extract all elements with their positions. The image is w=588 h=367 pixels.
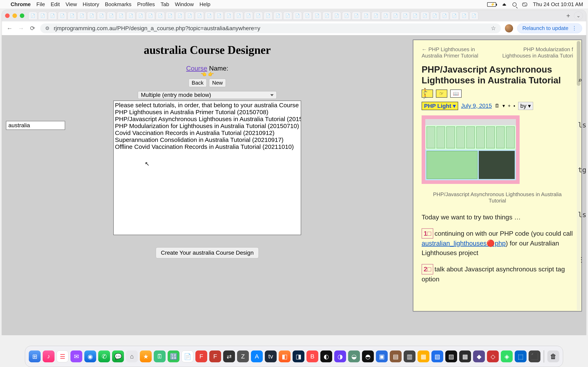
author-select[interactable]: by ▾ — [518, 102, 533, 110]
dock-app[interactable]: ▣ — [376, 350, 388, 362]
dock-app[interactable]: ◒ — [348, 350, 360, 362]
app-name[interactable]: Chrome — [11, 1, 31, 8]
runners-icon[interactable]: 🏃🏃 — [422, 90, 433, 98]
list-item[interactable]: PHP Modularization for Lighthouses in Au… — [115, 123, 300, 129]
pinned-tab[interactable]: 📄 — [185, 12, 194, 20]
pinned-tab[interactable]: 📄 — [224, 12, 233, 20]
pinned-tab[interactable]: 📄 — [411, 12, 420, 20]
pinned-tab[interactable]: 📄 — [362, 12, 371, 20]
pinned-tab[interactable]: 📄 — [77, 12, 86, 20]
pinned-tab[interactable]: 📄 — [401, 12, 410, 20]
pinned-tab[interactable]: 📄 — [28, 12, 37, 20]
menu-profiles[interactable]: Profiles — [137, 1, 155, 8]
dock-app[interactable]: ⬚ — [515, 350, 527, 362]
pinned-tab[interactable]: 📄 — [332, 12, 341, 20]
reload-button[interactable]: ⟳ — [29, 25, 36, 32]
dock-app[interactable]: ◧ — [279, 350, 291, 362]
battery-icon[interactable]: ⚡ — [487, 2, 496, 7]
hand-point-icon[interactable]: ☞ — [436, 90, 447, 98]
dock-app[interactable]: ⬛ — [528, 350, 540, 362]
pinned-tab[interactable]: 📄 — [244, 12, 253, 20]
menu-tab[interactable]: Tab — [161, 1, 169, 8]
pinned-tab[interactable]: 📄 — [371, 12, 380, 20]
code-link[interactable]: australian_lighthouses🔴php — [422, 240, 506, 247]
dock-app[interactable]: ▦ — [417, 350, 429, 362]
tabs-menu-button[interactable]: ⌄ — [574, 12, 583, 20]
pinned-tab[interactable]: 📄 — [117, 12, 126, 20]
post-figure[interactable] — [422, 115, 520, 184]
pinned-tab[interactable]: 📄 — [126, 12, 135, 20]
pinned-tab[interactable]: 📄 — [175, 12, 184, 20]
dock-app[interactable]: ◐ — [320, 350, 332, 362]
dock-app[interactable]: ⌂ — [126, 350, 138, 362]
pinned-tab[interactable]: 📄 — [312, 12, 321, 20]
plus-icon[interactable]: + — [508, 103, 511, 109]
pinned-tab[interactable]: 📄 — [293, 12, 302, 20]
list-item[interactable]: Please select tutorials, in order, that … — [115, 102, 300, 109]
pinned-tab[interactable]: 📄 — [215, 12, 224, 20]
list-item[interactable]: PHP Lighthouses in Australia Primer Tuto… — [115, 109, 300, 116]
site-settings-icon[interactable]: ⚙ — [45, 25, 50, 31]
dock-app[interactable]: tv — [265, 350, 277, 362]
pinned-tab[interactable]: 📄 — [205, 12, 214, 20]
dock-app[interactable]: Z — [237, 350, 249, 362]
square-icon[interactable]: ▪ — [513, 103, 515, 109]
dock-app[interactable]: ▩ — [459, 350, 471, 362]
menu-window[interactable]: Window — [175, 1, 194, 8]
pinned-tab[interactable]: 📄 — [391, 12, 400, 20]
pinned-tab[interactable]: 📄 — [87, 12, 96, 20]
close-window-button[interactable] — [5, 13, 9, 18]
control-center-icon[interactable] — [522, 3, 527, 6]
pinned-tab[interactable]: 📄 — [352, 12, 361, 20]
zoom-window-button[interactable] — [20, 13, 24, 18]
new-tab-button[interactable]: + — [564, 12, 572, 20]
dock-app[interactable]: ◨ — [293, 350, 304, 362]
category-select[interactable]: PHP Light — [422, 102, 458, 110]
calendar-icon[interactable]: 🗓 — [495, 103, 500, 109]
pinned-tab[interactable]: 📄 — [450, 12, 459, 20]
dock-app[interactable]: ⇄ — [223, 350, 235, 362]
pinned-tab[interactable]: 📄 — [322, 12, 331, 20]
new-course-button[interactable]: New — [209, 79, 226, 87]
dock-app[interactable]: ▧ — [432, 350, 443, 362]
down-icon[interactable]: ▾ — [502, 103, 505, 109]
pinned-tab[interactable]: 📄 — [195, 12, 204, 20]
dock-app[interactable]: ★ — [140, 350, 152, 362]
pinned-tab[interactable]: 📄 — [283, 12, 292, 20]
pinned-tab[interactable]: 📄 — [459, 12, 468, 20]
pinned-tab[interactable]: 📄 — [469, 12, 478, 20]
list-item[interactable]: PHP/Javascript Asynchronous Lighthouses … — [115, 116, 300, 123]
pinned-tab[interactable]: 📄 — [107, 12, 116, 20]
create-course-button[interactable]: Create Your australia Course Design — [156, 247, 259, 258]
dock-app[interactable]: ◓ — [362, 350, 374, 362]
dock-app[interactable]: ▤ — [390, 350, 402, 362]
list-item[interactable]: Superannuation Consolidation in Australi… — [115, 136, 300, 143]
spotlight-icon[interactable] — [512, 2, 517, 7]
wifi-icon[interactable] — [502, 3, 507, 6]
dock-app[interactable]: 🔢 — [168, 350, 180, 362]
dock-app[interactable]: ◆ — [473, 350, 485, 362]
prev-post-link[interactable]: ← PHP Lighthouses in Australia Primer Tu… — [422, 46, 495, 59]
dock-app-music[interactable]: ♪ — [43, 350, 54, 362]
bookmark-star-icon[interactable]: ☆ — [491, 25, 496, 32]
menu-help[interactable]: Help — [199, 1, 210, 8]
pinned-tab[interactable]: 📄 — [68, 12, 77, 20]
address-bar[interactable]: ⚙ rjmprogramming.com.au/PHP/design_a_cou… — [40, 24, 501, 33]
dock-app-messages[interactable]: 💬 — [112, 350, 124, 362]
pinned-tab[interactable]: 📄 — [420, 12, 429, 20]
dock-app[interactable]: ☰ — [57, 350, 68, 362]
pinned-tab[interactable]: 📄 — [156, 12, 165, 20]
menu-view[interactable]: View — [66, 1, 77, 8]
pinned-tab[interactable]: 📄 — [430, 12, 439, 20]
menu-edit[interactable]: Edit — [51, 1, 60, 8]
pinned-tab[interactable]: 📄 — [48, 12, 57, 20]
pinned-tab[interactable]: 📄 — [440, 12, 449, 20]
dock-app[interactable]: ◇ — [487, 350, 499, 362]
menubar-clock[interactable]: Thu 24 Oct 10:01 AM — [533, 1, 583, 8]
minimize-window-button[interactable] — [12, 13, 17, 18]
pinned-tab[interactable]: 📄 — [381, 12, 390, 20]
dock-app-facetime[interactable]: ✆ — [98, 350, 110, 362]
dock-app[interactable]: F — [195, 350, 207, 362]
dock-trash[interactable]: 🗑 — [547, 350, 559, 362]
dock-app[interactable]: 🗓 — [154, 350, 165, 362]
